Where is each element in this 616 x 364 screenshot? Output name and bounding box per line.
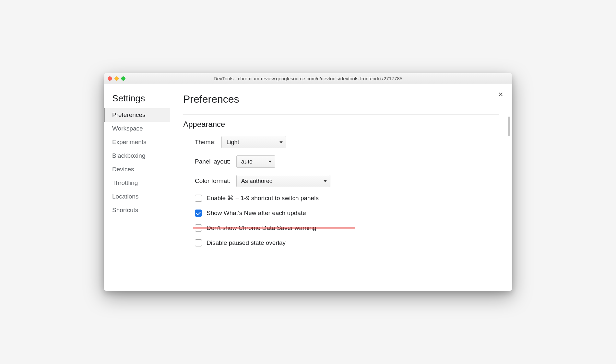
color-format-row: Color format: As authored	[195, 175, 499, 187]
sidebar-title: Settings	[104, 93, 170, 108]
chevron-down-icon	[279, 142, 283, 143]
chevron-down-icon	[268, 161, 272, 163]
titlebar: DevTools - chromium-review.googlesource.…	[104, 73, 512, 84]
sidebar-item-throttling[interactable]: Throttling	[104, 176, 170, 190]
maximize-window-button[interactable]	[121, 76, 125, 81]
page-title: Preferences	[183, 93, 499, 105]
traffic-lights	[108, 76, 125, 81]
sidebar-item-workspace[interactable]: Workspace	[104, 122, 170, 135]
panel-layout-value: auto	[241, 158, 253, 165]
color-format-select[interactable]: As authored	[236, 175, 330, 187]
strikethrough-annotation	[193, 228, 355, 229]
sidebar-item-shortcuts[interactable]: Shortcuts	[104, 203, 170, 217]
close-window-button[interactable]	[108, 76, 112, 81]
checkbox-input[interactable]	[195, 210, 202, 217]
window: DevTools - chromium-review.googlesource.…	[104, 73, 512, 291]
checkbox-label: Show What's New after each update	[207, 210, 306, 217]
checkbox-label: Disable paused state overlay	[207, 239, 286, 246]
sidebar-item-blackboxing[interactable]: Blackboxing	[104, 149, 170, 163]
sidebar-item-experiments[interactable]: Experiments	[104, 135, 170, 149]
theme-row: Theme: Light	[195, 136, 499, 148]
checkbox-input[interactable]	[195, 239, 202, 246]
checkbox-input[interactable]	[195, 195, 202, 202]
checkbox-enable-shortcut: Enable ⌘ + 1-9 shortcut to switch panels	[195, 194, 499, 202]
theme-select[interactable]: Light	[221, 136, 286, 148]
window-title: DevTools - chromium-review.googlesource.…	[104, 76, 512, 81]
panel-layout-select[interactable]: auto	[236, 155, 275, 168]
checkbox-show-whats-new: Show What's New after each update	[195, 210, 499, 217]
color-format-value: As authored	[241, 178, 273, 185]
sidebar-item-devices[interactable]: Devices	[104, 163, 170, 176]
section-appearance: Appearance	[183, 114, 499, 129]
minimize-window-button[interactable]	[114, 76, 119, 81]
sidebar: Settings Preferences Workspace Experimen…	[104, 84, 170, 291]
panel-layout-label: Panel layout:	[195, 158, 231, 165]
theme-value: Light	[226, 139, 239, 146]
sidebar-item-locations[interactable]: Locations	[104, 190, 170, 203]
sidebar-item-preferences[interactable]: Preferences	[104, 108, 170, 122]
checkbox-label: Enable ⌘ + 1-9 shortcut to switch panels	[207, 194, 319, 202]
content: × Settings Preferences Workspace Experim…	[104, 84, 512, 291]
checkbox-data-saver-warning: Don't show Chrome Data Saver warning	[195, 224, 499, 232]
theme-label: Theme:	[195, 139, 216, 146]
color-format-label: Color format:	[195, 177, 231, 185]
main-panel: Preferences Appearance Theme: Light Pane…	[170, 84, 512, 291]
chevron-down-icon	[324, 180, 327, 182]
panel-layout-row: Panel layout: auto	[195, 155, 499, 168]
checkbox-disable-paused-overlay: Disable paused state overlay	[195, 239, 499, 246]
